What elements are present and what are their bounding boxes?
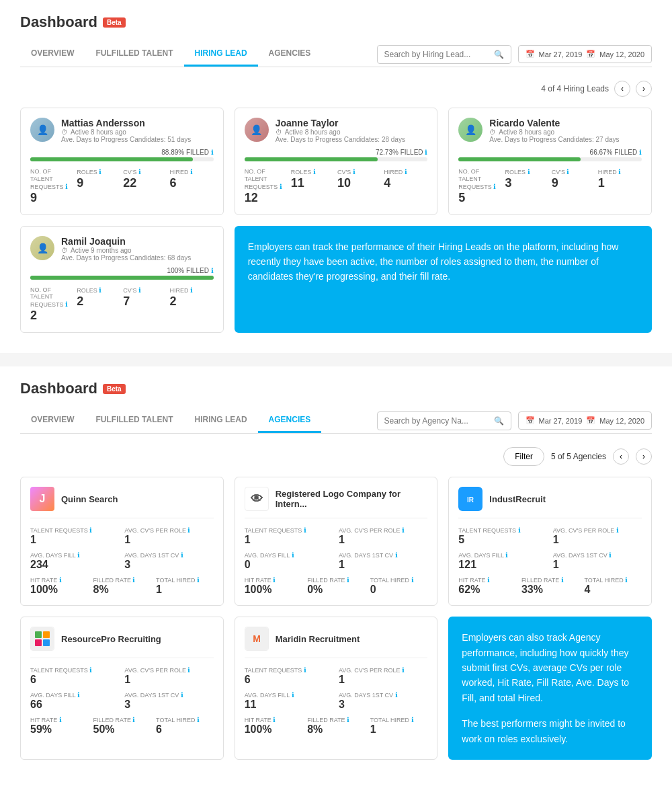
info-hr-2[interactable]: ℹ — [487, 576, 490, 584]
info-talent-2[interactable]: ℹ — [493, 183, 496, 190]
tab-overview-1[interactable]: OVERVIEW — [20, 42, 85, 67]
card-header-0: 👤 Mattias Andersson ⏱ Active 8 hours ago… — [30, 118, 214, 143]
progress-wrap-1: 72.73% FILLED ℹ — [245, 149, 428, 161]
info-fr-1[interactable]: ℹ — [347, 576, 349, 584]
info-cvr-0[interactable]: ℹ — [187, 526, 190, 534]
info-df-2[interactable]: ℹ — [505, 551, 508, 559]
info-hired-0[interactable]: ℹ — [190, 168, 193, 175]
agency-logo-2: IR — [458, 487, 482, 511]
info-df-4[interactable]: ℹ — [292, 691, 294, 699]
info-cvs-2[interactable]: ℹ — [566, 168, 569, 175]
info-d1-2[interactable]: ℹ — [609, 551, 612, 559]
prev-page-btn-1[interactable]: ‹ — [614, 81, 630, 97]
info-roles-3[interactable]: ℹ — [99, 286, 101, 294]
info-icon-fill-1[interactable]: ℹ — [425, 149, 427, 156]
info-hr-0[interactable]: ℹ — [59, 576, 62, 584]
info-cvs-0[interactable]: ℹ — [138, 168, 141, 175]
val-df-3: 66 — [30, 699, 119, 711]
info-th-2[interactable]: ℹ — [625, 576, 628, 584]
label-th-4: TOTAL HIRED ℹ — [370, 716, 428, 723]
card-info-3: Ramil Joaquin ⏱ Active 9 months ago Ave.… — [61, 236, 191, 262]
info-df-0[interactable]: ℹ — [77, 551, 80, 559]
info-fr-4[interactable]: ℹ — [347, 716, 349, 723]
info-roles-1[interactable]: ℹ — [313, 168, 316, 175]
info-cvr-1[interactable]: ℹ — [402, 526, 405, 534]
filter-button[interactable]: Filter — [503, 447, 544, 466]
info-hr-4[interactable]: ℹ — [273, 716, 276, 723]
tab-fulfilled-2[interactable]: FULFILLED TALENT — [85, 408, 183, 433]
tab-hiring-lead-2[interactable]: HIRING LEAD — [184, 408, 258, 433]
agency-tooltip-text-2: The best performers might be invited to … — [462, 716, 638, 746]
stat-label-talent-3: NO. OF TALENT REQUESTS ℹ — [30, 286, 74, 309]
info-cvs-1[interactable]: ℹ — [353, 168, 355, 175]
label-d1-3: AVG. DAYS 1ST CV ℹ — [124, 691, 213, 699]
info-d1-4[interactable]: ℹ — [395, 691, 398, 699]
info-talent-1[interactable]: ℹ — [280, 183, 282, 190]
next-page-btn-2[interactable]: › — [636, 448, 652, 465]
info-cvs-3[interactable]: ℹ — [138, 286, 141, 294]
nav-right-1: 🔍 📅 Mar 27, 2019 📅 May 12, 2020 — [377, 45, 652, 64]
val-d1-2: 1 — [553, 559, 642, 571]
agency-name-2: IndustRecruit — [489, 494, 546, 504]
search-input-1[interactable] — [384, 50, 490, 59]
tab-hiring-lead-1[interactable]: HIRING LEAD — [184, 42, 258, 67]
info-icon-fill-0[interactable]: ℹ — [211, 149, 214, 156]
info-talent-3[interactable]: ℹ — [65, 301, 68, 308]
info-fr-3[interactable]: ℹ — [132, 716, 135, 723]
info-hr-1[interactable]: ℹ — [273, 576, 276, 584]
info-icon-fill-3[interactable]: ℹ — [211, 267, 214, 274]
info-icon-fill-2[interactable]: ℹ — [639, 149, 642, 156]
prev-page-btn-2[interactable]: ‹ — [613, 448, 629, 465]
info-tr-1[interactable]: ℹ — [304, 526, 306, 534]
label-cvr-3: AVG. CV'S PER ROLE ℹ — [124, 666, 213, 674]
info-roles-0[interactable]: ℹ — [99, 168, 101, 175]
stat-roles-3: ROLES ℹ 2 — [77, 286, 120, 323]
info-cvr-3[interactable]: ℹ — [187, 666, 190, 674]
info-hired-1[interactable]: ℹ — [405, 168, 407, 175]
date-range-1[interactable]: 📅 Mar 27, 2019 📅 May 12, 2020 — [518, 45, 652, 63]
info-tr-4[interactable]: ℹ — [304, 666, 306, 674]
info-cvr-4[interactable]: ℹ — [402, 666, 405, 674]
search-box-2[interactable]: 🔍 — [377, 411, 511, 430]
stat-cvs-0: CV's ℹ 22 — [123, 168, 167, 205]
section-divider — [0, 353, 672, 366]
info-tr-0[interactable]: ℹ — [89, 526, 92, 534]
filter-bar: Filter 5 of 5 Agencies ‹ › — [20, 447, 652, 466]
agency-card-2: IR IndustRecruit TALENT REQUESTS ℹ 5 AVG… — [448, 477, 652, 606]
info-fr-0[interactable]: ℹ — [132, 576, 135, 584]
info-cvr-2[interactable]: ℹ — [616, 526, 619, 534]
info-d1-0[interactable]: ℹ — [181, 551, 183, 559]
agency-stat-df-2: AVG. DAYS FILL ℹ 121 — [458, 551, 547, 571]
info-hired-3[interactable]: ℹ — [190, 286, 193, 294]
agency-stat-cvr-3: AVG. CV'S PER ROLE ℹ 1 — [124, 666, 213, 686]
info-d1-1[interactable]: ℹ — [395, 551, 398, 559]
info-df-3[interactable]: ℹ — [77, 691, 80, 699]
info-hired-2[interactable]: ℹ — [618, 168, 621, 175]
info-th-3[interactable]: ℹ — [197, 716, 200, 723]
progress-bg-3 — [30, 276, 214, 280]
info-tr-2[interactable]: ℹ — [518, 526, 521, 534]
search-box-1[interactable]: 🔍 — [377, 45, 511, 64]
date-range-2[interactable]: 📅 Mar 27, 2019 📅 May 12, 2020 — [518, 411, 652, 430]
tab-agencies-1[interactable]: AGENCIES — [258, 42, 322, 67]
info-tr-3[interactable]: ℹ — [89, 666, 92, 674]
avatar-2: 👤 — [458, 118, 482, 142]
search-input-2[interactable] — [384, 416, 490, 426]
search-icon-1: 🔍 — [494, 50, 504, 59]
agency-stats-top-3: TALENT REQUESTS ℹ 6 AVG. CV'S PER ROLE ℹ… — [30, 666, 214, 711]
info-talent-0[interactable]: ℹ — [65, 183, 68, 190]
tab-overview-2[interactable]: OVERVIEW — [20, 408, 85, 433]
label-df-2: AVG. DAYS FILL ℹ — [458, 551, 547, 559]
info-th-4[interactable]: ℹ — [411, 716, 414, 723]
tab-fulfilled-1[interactable]: FULFILLED TALENT — [85, 42, 183, 67]
info-roles-2[interactable]: ℹ — [528, 168, 530, 175]
title-text-1: Dashboard — [20, 13, 97, 31]
next-page-btn-1[interactable]: › — [636, 81, 652, 97]
info-fr-2[interactable]: ℹ — [561, 576, 564, 584]
tab-agencies-2[interactable]: AGENCIES — [258, 408, 322, 433]
info-th-1[interactable]: ℹ — [411, 576, 414, 584]
info-hr-3[interactable]: ℹ — [59, 716, 62, 723]
info-d1-3[interactable]: ℹ — [181, 691, 183, 699]
info-th-0[interactable]: ℹ — [197, 576, 200, 584]
info-df-1[interactable]: ℹ — [292, 551, 294, 559]
